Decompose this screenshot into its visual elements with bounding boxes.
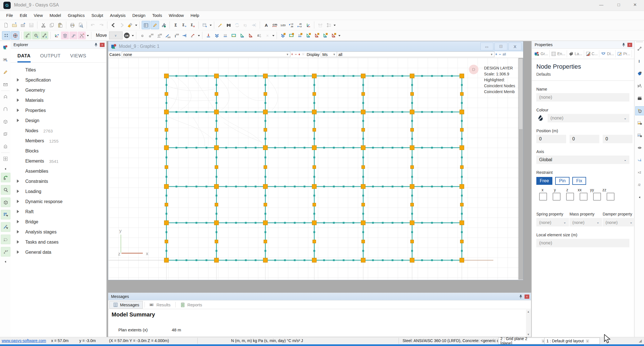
sculpt-mode-select[interactable]: ∨ [109,32,123,39]
function-fx-icon[interactable]: f() [241,21,249,29]
sigma-delete-icon[interactable]: Σ✕ [189,21,196,29]
exponent-1e3-icon[interactable]: 1.E3 [279,21,287,29]
scale-half-icon[interactable]: /2 [635,181,644,189]
position-z-field[interactable]: 0 [603,135,632,143]
expand-arrow-icon[interactable] [17,209,25,214]
expand-arrow-icon[interactable] [17,98,25,103]
eload-beam-icon[interactable] [287,32,295,39]
expand-arrow-icon[interactable] [17,189,25,194]
eload-y-icon[interactable] [329,32,337,39]
support-123-icon[interactable]: 123 [155,32,163,39]
colour-select[interactable]: (none)⌄ [548,114,629,122]
contour-settings-icon[interactable] [635,119,644,127]
tree-item-blocks[interactable]: Blocks [11,146,106,156]
maximize-button[interactable]: □ [611,0,627,10]
menu-graphics[interactable]: Graphics [64,12,88,19]
load-beam-icon[interactable] [230,32,238,39]
properties-tab-di[interactable]: Di... [599,50,616,57]
no-colour-icon[interactable] [536,114,545,122]
sweep-brush-icon[interactable] [126,21,134,29]
grid-layout-select[interactable]: 1 : Default grid layout∨ [544,338,600,344]
display-entity-combo[interactable]: all▼ [337,51,494,57]
explorer-tab-data[interactable]: DATA [17,53,31,62]
node-dot-icon[interactable] [138,32,146,39]
restraint-pin-button[interactable]: Pin [555,177,570,185]
grid-plane-select[interactable]: 2 : Grid plane 2 [plane]∨ [498,338,546,344]
add-axis-icon[interactable]: + [53,32,60,39]
collapse-left-icon[interactable] [1,259,10,264]
expand-arrow-icon[interactable] [17,78,25,83]
expand-arrow-icon[interactable] [17,219,25,224]
properties-tab-en[interactable]: En... [550,50,567,57]
new-file-icon[interactable] [2,21,10,29]
expand-arrow-icon[interactable] [17,230,25,235]
tree-item-raft[interactable]: Raft [11,207,106,217]
tag-settings-icon[interactable] [635,69,644,78]
properties-close-icon[interactable]: x [627,43,632,47]
explorer-close-icon[interactable]: x [100,43,105,47]
load-tri-icon[interactable] [238,32,246,39]
arrow-to-line-icon[interactable] [180,32,188,39]
restraint-free-button[interactable]: Free [536,177,552,185]
goto-list-icon[interactable] [250,21,258,29]
precision-up-icon[interactable]: +.0.00 [287,21,295,29]
dof-checkbox-z[interactable] [566,193,574,201]
case-remove-icon[interactable]: − [294,51,298,56]
load-point-icon[interactable] [204,32,212,39]
dropdown-caret-icon[interactable] [197,32,200,39]
paste-icon[interactable] [56,21,64,29]
menu-tools[interactable]: Tools [149,12,165,19]
dropdown-caret-icon[interactable] [131,32,134,39]
find-binoculars-icon[interactable] [225,21,232,29]
menu-view[interactable]: View [30,12,46,19]
graphic-window-titlebar[interactable]: Model_9 : Graphic 1 X [108,41,523,51]
eload-tri-red-icon[interactable] [313,32,320,39]
name-field[interactable]: (none) [536,93,629,102]
tree-item-dynamic-response[interactable]: Dynamic response [11,197,106,207]
menu-help[interactable]: Help [187,12,203,19]
case-add-icon[interactable]: + [290,51,294,56]
precision-down-icon[interactable]: .00+.0 [296,21,304,29]
menu-sculpt[interactable]: Sculpt [88,12,107,19]
add-link-icon[interactable]: + [40,32,48,39]
graphic-restore-button[interactable] [494,42,507,50]
explorer-tab-output[interactable]: OUTPUT [40,53,61,62]
copy-icon[interactable] [48,21,56,29]
axis-select[interactable]: Global⌄ [536,156,629,164]
case-list-icon[interactable]: ⁙ [301,51,306,56]
expand-arrow-icon[interactable] [17,179,25,184]
restraint-fix-button[interactable]: Fix [572,177,586,185]
model-canvas[interactable]: yzx D DESIGN LAYERScale: 1:306.9Highligh… [109,58,518,280]
cases-combo[interactable]: none▼ [122,51,290,57]
mass-property-select[interactable]: (none)⌄ [570,218,602,226]
properties-tab-la[interactable]: La... [567,50,584,57]
zoom-magnifier-icon[interactable] [1,185,10,195]
node-123-icon[interactable]: 123 [147,32,155,39]
tree-item-loading[interactable]: Loading [11,187,106,197]
undo-icon[interactable] [89,21,97,29]
sigma-add-icon[interactable]: Σ+ [180,21,188,29]
line-123-icon[interactable]: 123 [164,32,171,39]
open-file-icon[interactable] [10,21,18,29]
layers-icon[interactable] [61,32,69,39]
frame-node-icon[interactable] [1,92,10,101]
tree-item-properties[interactable]: Properties [11,105,106,116]
tools-wrench-icon[interactable] [160,21,168,29]
tree-item-analysis-stages[interactable]: Analysis stages [11,227,106,237]
table-view-icon[interactable] [142,21,150,29]
ok-button[interactable]: OK [123,32,131,39]
close-button[interactable]: ✕ [627,0,643,10]
menu-analysis[interactable]: Analysis [107,12,129,19]
dropdown-caret-icon[interactable] [86,32,89,39]
properties-tab-pr[interactable]: Pr... [616,50,632,57]
strip-drag-handle[interactable] [636,42,643,42]
cut-icon[interactable] [39,21,47,29]
dof-checkbox-y[interactable] [553,193,561,201]
add-circle-icon[interactable]: + [32,32,40,39]
expand-arrow-icon[interactable] [17,240,25,245]
graphic-minimize-button[interactable] [480,42,493,50]
messages-scrollbar[interactable]: ▲▼ [526,310,531,336]
menu-model[interactable]: Model [46,12,64,19]
dof-checkbox-zz[interactable] [607,193,614,201]
units-cm-icon[interactable]: cm [270,21,278,29]
